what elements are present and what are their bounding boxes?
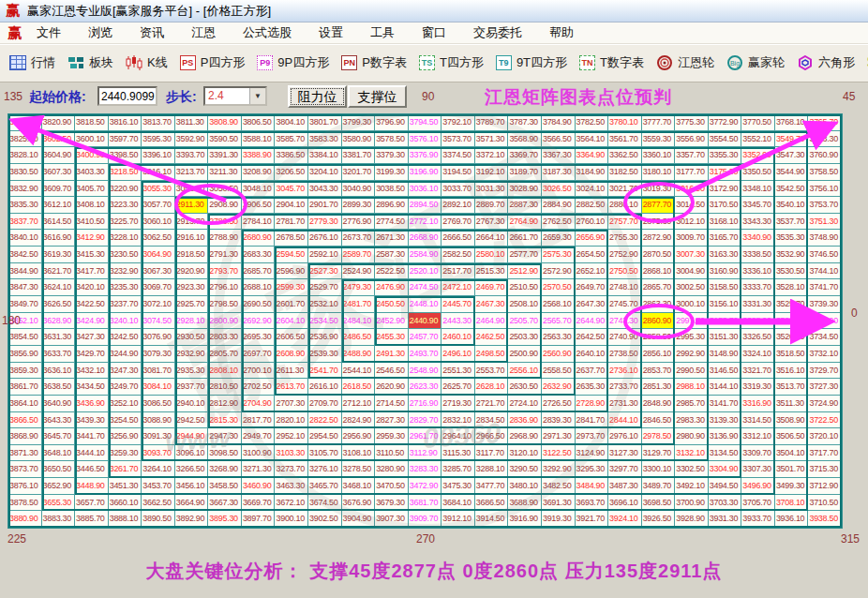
grid-cell[interactable]: 2829.70	[409, 412, 442, 429]
grid-cell[interactable]: 3619.30	[42, 247, 76, 263]
grid-cell[interactable]: 2709.70	[308, 396, 342, 412]
grid-cell[interactable]: 3465.70	[308, 478, 342, 495]
grid-cell[interactable]: 3444.10	[75, 445, 109, 462]
grid-cell[interactable]: 2532.10	[308, 296, 342, 313]
grid-cell[interactable]: 2611.30	[275, 363, 308, 380]
grid-cell[interactable]: 3460.90	[242, 478, 276, 495]
grid-cell[interactable]: 2731.30	[608, 396, 642, 412]
grid-cell[interactable]: 2527.30	[308, 263, 342, 280]
toolbar-button-7[interactable]: TST四方形	[419, 54, 484, 71]
grid-cell[interactable]: 2714.50	[375, 396, 409, 412]
grid-cell[interactable]: 3532.90	[775, 247, 809, 263]
grid-cell[interactable]: 3384.10	[308, 147, 342, 164]
grid-cell[interactable]: 3112.90	[409, 445, 442, 462]
grid-cell[interactable]: 2966.50	[475, 428, 509, 445]
grid-cell[interactable]: 2853.70	[642, 363, 676, 380]
grid-cell[interactable]: 3739.30	[808, 296, 842, 313]
grid-cell[interactable]: 3924.10	[608, 511, 642, 528]
grid-cell[interactable]: 3600.10	[75, 131, 109, 148]
grid-cell[interactable]: 2997.70	[675, 313, 709, 330]
grid-cell[interactable]: 2666.50	[441, 230, 475, 247]
grid-cell[interactable]: 3705.70	[741, 495, 775, 512]
grid-cell[interactable]: 2848.90	[642, 396, 676, 412]
grid-cell[interactable]: 3050.50	[208, 181, 242, 198]
grid-cell[interactable]: 3492.10	[675, 478, 709, 495]
grid-cell[interactable]: 3247.30	[109, 363, 142, 380]
grid-cell[interactable]: 2678.50	[275, 230, 308, 247]
grid-cell[interactable]: 3115.30	[441, 445, 475, 462]
grid-cell[interactable]: 2712.10	[342, 396, 376, 412]
grid-cell[interactable]: 3722.50	[808, 412, 842, 429]
center-cell[interactable]: 2440.90	[409, 313, 442, 330]
grid-cell[interactable]: 3196.90	[409, 164, 442, 181]
grid-cell[interactable]: 3938.50	[808, 511, 842, 528]
grid-cell[interactable]: 2745.70	[608, 296, 642, 313]
grid-cell[interactable]: 3907.30	[375, 511, 409, 528]
grid-cell[interactable]: 3796.90	[375, 114, 409, 131]
grid-cell[interactable]: 3108.10	[342, 445, 376, 462]
grid-cell[interactable]: 3067.30	[142, 263, 175, 280]
grid-cell[interactable]: 3451.30	[109, 478, 142, 495]
grid-cell[interactable]: 3482.50	[542, 478, 576, 495]
start-price-input[interactable]	[97, 86, 157, 106]
grid-cell[interactable]: 3861.70	[8, 379, 42, 396]
grid-cell[interactable]: 3921.70	[576, 511, 609, 528]
grid-cell[interactable]: 3223.30	[109, 197, 142, 214]
grid-cell[interactable]: 2805.70	[208, 346, 242, 363]
grid-cell[interactable]: 2536.90	[308, 329, 342, 346]
grid-cell[interactable]: 3326.50	[741, 329, 775, 346]
grid-cell[interactable]: 3756.10	[808, 181, 842, 198]
grid-cell[interactable]: 3016.90	[675, 181, 709, 198]
grid-cell[interactable]: 3902.50	[308, 511, 342, 528]
grid-cell[interactable]: 3616.90	[42, 230, 76, 247]
grid-cell[interactable]: 3002.50	[675, 279, 709, 296]
grid-cell[interactable]: 3926.50	[642, 511, 676, 528]
grid-cell[interactable]: 2584.90	[409, 247, 442, 263]
grid-cell[interactable]: 2474.50	[409, 279, 442, 296]
grid-cell[interactable]: 3091.30	[142, 428, 175, 445]
grid-cell[interactable]: 2568.10	[542, 296, 576, 313]
grid-cell[interactable]: 3321.70	[741, 363, 775, 380]
grid-cell[interactable]: 2604.10	[275, 313, 308, 330]
grid-cell[interactable]: 2916.10	[175, 230, 209, 247]
grid-cell[interactable]: 3597.70	[109, 131, 142, 148]
grid-cell[interactable]: 3331.30	[741, 296, 775, 313]
grid-cell[interactable]: 3300.10	[642, 461, 676, 478]
grid-cell[interactable]: 3849.70	[8, 296, 42, 313]
grid-cell[interactable]: 3751.30	[808, 214, 842, 231]
toolbar-button-4[interactable]: PSP四方形	[180, 54, 246, 71]
grid-cell[interactable]: 3568.90	[508, 131, 542, 148]
grid-cell[interactable]: 3566.50	[542, 131, 576, 148]
grid-cell[interactable]: 3828.10	[8, 147, 42, 164]
grid-cell[interactable]: 3180.10	[642, 164, 676, 181]
grid-cell[interactable]: 3307.30	[741, 461, 775, 478]
grid-cell[interactable]: 3364.90	[576, 147, 609, 164]
grid-cell[interactable]: 3868.90	[8, 428, 42, 445]
grid-cell[interactable]: 3520.90	[775, 329, 809, 346]
grid-cell[interactable]: 2973.70	[576, 428, 609, 445]
grid-cell[interactable]: 3076.90	[142, 329, 175, 346]
grid-cell[interactable]: 2856.10	[642, 346, 676, 363]
grid-cell[interactable]: 3916.90	[508, 511, 542, 528]
grid-cell[interactable]: 3244.90	[109, 346, 142, 363]
grid-cell[interactable]: 3547.30	[775, 147, 809, 164]
grid-cell[interactable]: 2695.30	[242, 329, 276, 346]
grid-cell[interactable]: 3636.10	[42, 363, 76, 380]
grid-cell[interactable]: 3297.70	[608, 461, 642, 478]
grid-cell[interactable]: 3412.90	[75, 230, 109, 247]
grid-cell[interactable]: 2832.10	[441, 412, 475, 429]
grid-cell[interactable]: 3182.50	[608, 164, 642, 181]
grid-cell[interactable]: 2587.30	[375, 247, 409, 263]
grid-cell[interactable]: 3093.70	[142, 445, 175, 462]
grid-cell[interactable]: 2978.50	[642, 428, 676, 445]
grid-cell[interactable]: 2716.90	[409, 396, 442, 412]
grid-cell[interactable]: 3691.30	[542, 495, 576, 512]
grid-cell[interactable]: 2748.10	[608, 279, 642, 296]
grid-cell[interactable]: 2640.10	[576, 346, 609, 363]
grid-cell[interactable]: 3117.70	[475, 445, 509, 462]
grid-cell[interactable]: 2865.70	[642, 279, 676, 296]
grid-cell[interactable]: 2740.90	[608, 329, 642, 346]
grid-cell[interactable]: 3340.90	[741, 230, 775, 247]
grid-cell[interactable]: 3544.90	[775, 164, 809, 181]
grid-cell[interactable]: 3240.10	[109, 313, 142, 330]
